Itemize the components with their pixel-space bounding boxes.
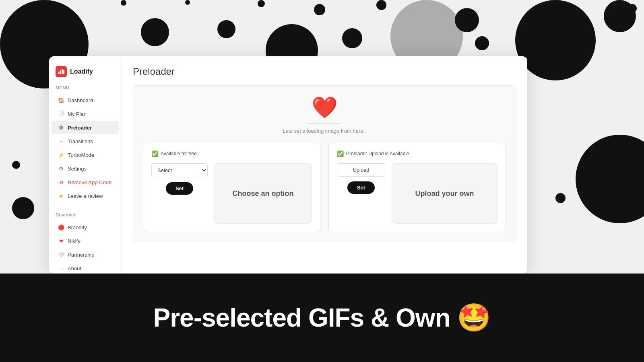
upload-preview-text: Upload your own (415, 189, 474, 198)
background-dot (555, 193, 566, 203)
home-icon: 🏠 (58, 97, 64, 103)
sidebar-item-label: About (68, 265, 81, 272)
discover-label: Discover (49, 211, 121, 220)
preloader-icon: ⚙ (58, 124, 64, 131)
upload-preview-box: Upload your own (392, 163, 497, 224)
hearts-emoji: ❤️ (312, 95, 338, 120)
bottom-bar: Pre-selected GIFs & Own 🤩 (0, 274, 644, 362)
sidebar-item-turbomode[interactable]: ⚡ TurboMode (52, 148, 119, 161)
sidebar-item-nikify[interactable]: ❤ Nikify (52, 234, 119, 247)
background-dot (572, 8, 579, 15)
sidebar-item-label: Partnership (68, 252, 94, 258)
sidebar-item-myplan[interactable]: 📄 My Plan (52, 107, 119, 120)
background-dot (32, 76, 43, 88)
background-dot (576, 135, 644, 223)
background-dot (258, 0, 265, 7)
settings-icon: ⚙ (58, 165, 64, 172)
background-dot (314, 4, 325, 15)
gif-select[interactable]: Select (151, 163, 208, 177)
free-badge-text: Available for free. (161, 151, 198, 156)
svg-rect-2 (62, 69, 63, 74)
background-dot (12, 197, 34, 219)
sidebar-item-label: Settings (68, 166, 87, 172)
svg-rect-0 (58, 72, 60, 74)
preview-line (308, 123, 341, 124)
sidebar-item-remove-app-code[interactable]: ⊖ Remove App Code (52, 176, 119, 189)
sidebar-item-partnership[interactable]: 🤍 Partnership (52, 248, 119, 261)
gif-preview-text: Choose an option (233, 189, 294, 198)
sidebar-item-label: Remove App Code (68, 179, 111, 185)
background-dot (475, 36, 489, 50)
sidebar-item-label: Leave a review (68, 193, 103, 199)
free-gifs-card: ✅ Available for free. Select Set Choose … (143, 142, 320, 232)
brandify-icon: 🔴 (58, 224, 64, 230)
menu-label: MENU (49, 85, 121, 93)
transitions-icon: ↔ (58, 138, 64, 144)
sidebar-logo: Loadify (49, 63, 121, 85)
app-window: Loadify MENU 🏠 Dashboard 📄 My Plan ⚙ Pre… (49, 56, 527, 274)
remove-icon: ⊖ (58, 179, 64, 185)
background-dot (376, 0, 386, 10)
sidebar-item-transitions[interactable]: ↔ Transitions (52, 135, 119, 148)
upload-check-icon: ✅ (337, 150, 344, 157)
svg-rect-3 (63, 70, 64, 74)
upload-badge-text: Preloader Upload is Available. (346, 151, 411, 156)
bottom-emoji: 🤩 (457, 302, 491, 334)
preloader-preview: ❤️ Lets set a loading image from here.. (143, 95, 506, 134)
check-icon: ✅ (151, 150, 158, 157)
upload-badge: ✅ Preloader Upload is Available. (337, 150, 411, 157)
sidebar-item-label: Nikify (68, 238, 80, 244)
background-dot (185, 0, 190, 5)
upload-card: ✅ Preloader Upload is Available. Upload … (328, 142, 506, 232)
sidebar-item-preloader[interactable]: ⚙ Preloader (52, 121, 119, 134)
bottom-text: Pre-selected GIFs & Own (153, 303, 450, 333)
free-badge: ✅ Available for free. (151, 150, 198, 157)
background-dot (141, 18, 169, 46)
sidebar-item-label: Dashboard (68, 97, 93, 103)
sidebar-item-label: TurboMode (68, 152, 94, 158)
turbo-icon: ⚡ (58, 152, 64, 158)
upload-wrapper: Upload Set (337, 163, 385, 194)
sidebar-item-about[interactable]: → About (52, 262, 119, 274)
preview-subtitle: Lets set a loading image from here.. (283, 128, 366, 134)
sidebar-item-dashboard[interactable]: 🏠 Dashboard (52, 94, 119, 107)
svg-rect-1 (60, 70, 61, 74)
page-title: Preloader (133, 66, 516, 77)
background-dot (217, 20, 235, 38)
background-dot (12, 161, 20, 169)
star-icon: ★ (58, 193, 64, 199)
sidebar-item-label: Brandify (68, 224, 87, 230)
upload-button[interactable]: Upload (337, 163, 385, 177)
logo-icon (56, 66, 67, 77)
sidebar: Loadify MENU 🏠 Dashboard 📄 My Plan ⚙ Pre… (49, 56, 122, 274)
content-card: ❤️ Lets set a loading image from here.. … (133, 85, 516, 242)
upload-set-button[interactable]: Set (347, 181, 375, 194)
cards-row: ✅ Available for free. Select Set Choose … (143, 142, 506, 232)
free-set-button[interactable]: Set (166, 182, 193, 195)
sidebar-item-settings[interactable]: ⚙ Settings (52, 162, 119, 175)
background-dot (455, 8, 479, 32)
sidebar-item-label: Preloader (68, 125, 92, 131)
nikify-icon: ❤ (58, 238, 64, 244)
select-wrapper: Select Set (151, 163, 208, 195)
about-icon: → (58, 265, 64, 272)
sidebar-item-label: Transitions (68, 138, 93, 144)
sidebar-item-leave-review[interactable]: ★ Leave a review (52, 189, 119, 202)
sidebar-item-label: My Plan (68, 111, 87, 117)
logo-text: Loadify (70, 68, 93, 75)
background-dot (628, 4, 637, 13)
background-dot (121, 0, 126, 6)
upload-card-body: Upload Set Upload your own (337, 163, 497, 224)
plan-icon: 📄 (58, 111, 64, 117)
background-dot (342, 28, 362, 48)
sidebar-item-brandify[interactable]: 🔴 Brandify (52, 221, 119, 234)
free-card-body: Select Set Choose an option (151, 163, 312, 224)
background-dot (543, 20, 553, 30)
gif-preview-box: Choose an option (214, 163, 312, 224)
background-dot (515, 0, 596, 80)
partnership-icon: 🤍 (58, 251, 64, 258)
main-content: Preloader ❤️ Lets set a loading image fr… (122, 56, 527, 274)
